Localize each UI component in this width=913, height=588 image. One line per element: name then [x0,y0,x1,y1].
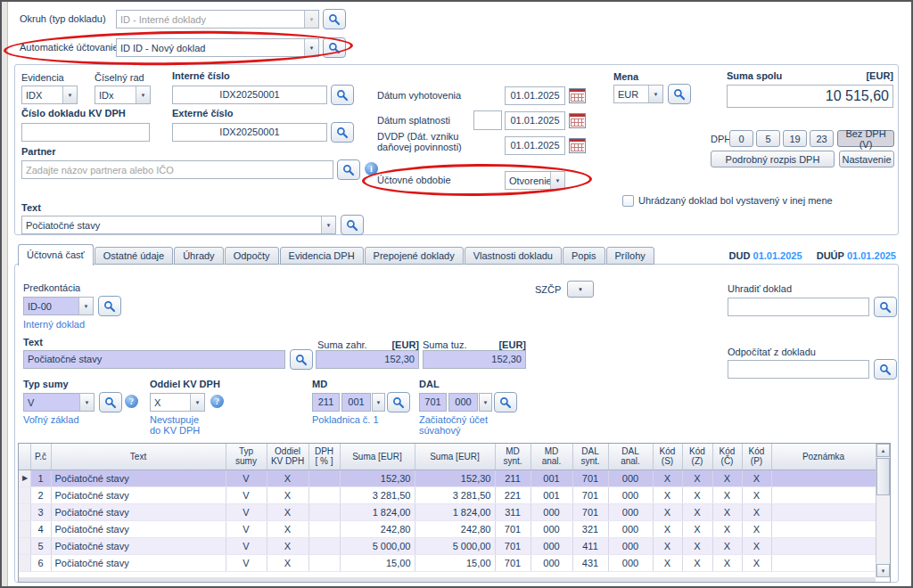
uctovne-obdobie-combo[interactable]: Otvorenie ▼ [505,171,565,190]
help-icon[interactable]: ? [210,395,224,408]
dph-rate-0-button[interactable]: 0 [729,130,753,147]
tab-evidencia-dph[interactable]: Evidencia DPH [280,247,364,265]
dph-rate-23-button[interactable]: 23 [810,130,834,147]
chevron-down-icon: ▼ [304,11,318,28]
suma-tuz-input[interactable]: 152,30 [423,350,526,369]
md-anal-input[interactable]: 001 [341,393,371,412]
column-header[interactable]: Suma [EUR] [340,444,415,470]
interne-cislo-input[interactable]: IDX20250001 [172,86,327,104]
evidencia-combo[interactable]: IDX ▼ [21,86,78,104]
szcp-dropdown-button[interactable]: ▼ [567,281,594,298]
calendar-icon[interactable] [569,138,586,153]
odpocitat-input[interactable] [728,360,869,379]
calendar-icon[interactable] [569,88,586,103]
datum-vyhotovenia-input[interactable]: 01.01.2025 [505,86,565,105]
oddiel-kv-dph-combo[interactable]: X ▼ [150,393,205,412]
column-header[interactable]: MD synt. [495,444,531,470]
column-header[interactable]: Poznámka [771,444,876,470]
partner-input[interactable] [21,160,333,179]
dph-label: DPH [711,134,731,144]
typ-sumy-lookup-button[interactable] [99,392,122,412]
suma-zahr-input[interactable]: 152,30 [316,350,419,369]
uhradit-doklad-lookup-button[interactable] [874,297,897,317]
dal-synt-input[interactable]: 701 [419,393,447,412]
tab-popis[interactable]: Popis [563,247,605,265]
tab-ostatn-daje[interactable]: Ostatné údaje [95,247,174,265]
column-header[interactable]: Suma [EUR] [415,444,495,470]
column-header[interactable]: Kód (P) [742,444,771,470]
text-lookup-button[interactable] [341,215,364,235]
column-header[interactable]: MD anal. [531,444,572,470]
externe-cislo-input[interactable]: IDX20250001 [172,123,327,142]
column-header[interactable]: Oddiel KV DPH [267,444,308,470]
table-row[interactable]: 3Počiatočné stavyVX1 824,001 824,0031100… [19,503,876,520]
kv-dph-input[interactable] [21,123,150,142]
bez-dph-button[interactable]: Bez DPH (V) [837,130,894,147]
tab-odpo-ty[interactable]: Odpočty [225,247,279,265]
tab-vlastnosti-dokladu[interactable]: Vlastnosti dokladu [465,247,562,265]
column-header[interactable]: Kód (Z) [682,444,712,470]
column-header[interactable]: DAL anal. [608,444,653,470]
detail-text-lookup-button[interactable] [290,349,313,370]
cell: 4 [30,520,51,537]
predkontacia-lookup-button[interactable] [98,296,121,316]
scroll-down-icon[interactable]: ▼ [876,564,890,577]
tab--tovn-as-[interactable]: Účtovná časť [18,244,94,265]
mena-combo[interactable]: EUR ▼ [613,85,663,103]
podrobny-rozpis-dph-button[interactable]: Podrobný rozpis DPH [711,151,835,167]
tab-pr-lohy[interactable]: Prílohy [606,247,654,265]
horizontal-scrollbar[interactable] [19,577,876,582]
dph-rate-5-button[interactable]: 5 [756,130,780,147]
column-header[interactable]: Typ sumy [226,444,267,470]
table-row[interactable]: ▶1Počiatočné stavyVX152,30152,3021100170… [19,470,876,486]
md-synt-input[interactable]: 211 [312,393,340,412]
dph-rate-19-button[interactable]: 19 [783,130,807,147]
column-header[interactable]: Kód (Č) [712,444,742,470]
tab-prepojen-doklady[interactable]: Prepojené doklady [365,247,464,265]
externe-cislo-lookup-button[interactable] [331,122,354,143]
table-row[interactable]: 2Počiatočné stavyVX3 281,503 281,5022100… [19,486,876,503]
dal-anal-input[interactable]: 000 [448,393,478,412]
odpocitat-lookup-button[interactable] [874,359,897,380]
md-dropdown-button[interactable]: ▼ [372,393,385,412]
vertical-scrollbar[interactable]: ▲ ▼ [876,444,890,577]
column-header[interactable]: Kód (S) [653,444,682,470]
interne-cislo-lookup-button[interactable] [331,85,354,105]
table-row[interactable]: 6Počiatočné stavyVX15,0015,0070100043100… [19,554,876,571]
predkontacia-combo[interactable]: ID-00 ▼ [23,297,94,315]
inej-mene-checkbox[interactable] [622,195,634,207]
tab--hrady[interactable]: Úhrady [174,247,223,265]
info-icon[interactable]: i [365,162,378,176]
okruh-combo[interactable]: ID - Interné doklady ▼ [116,10,319,29]
column-header[interactable]: DAL synt. [572,444,608,470]
column-header[interactable]: Text [51,444,226,470]
suma-spolu-input[interactable]: 10 515,60 [727,85,893,108]
dal-lookup-button[interactable] [494,392,517,412]
scrollbar-thumb[interactable] [876,458,890,495]
md-lookup-button[interactable] [387,392,410,412]
detail-text-input[interactable]: Počiatočné stavy [23,350,285,369]
dvdp-input[interactable]: 01.01.2025 [505,136,565,155]
column-header[interactable]: DPH [ % ] [308,444,340,470]
column-header[interactable] [19,444,30,470]
text-combo[interactable]: Počiatočné stavy ▼ [21,216,336,234]
magnifier-icon [328,42,341,54]
datum-splatnosti-input[interactable]: 01.01.2025 [505,111,565,130]
uhradit-doklad-input[interactable] [728,298,869,316]
ciselny-rad-combo[interactable]: IDx ▼ [95,86,151,104]
column-header[interactable]: P.č [30,444,51,470]
table-row[interactable]: 4Počiatočné stavyVX242,80242,80701000321… [19,520,876,537]
dal-dropdown-button[interactable]: ▼ [479,393,492,412]
typ-sumy-combo[interactable]: V ▼ [23,393,95,412]
mena-lookup-button[interactable] [668,84,691,104]
partner-lookup-button[interactable] [337,159,360,180]
auto-uctovanie-lookup-button[interactable] [323,37,346,58]
help-icon[interactable]: ? [125,395,138,408]
table-row[interactable]: 5Počiatočné stavyVX5 000,005 000,0070100… [19,537,876,554]
scroll-up-icon[interactable]: ▲ [876,444,890,457]
nastavenie-button[interactable]: Nastavenie [839,151,894,167]
calendar-icon[interactable] [569,113,586,128]
auto-uctovanie-combo[interactable]: ID ID - Nový doklad ▼ [116,38,319,57]
splatnost-days-input[interactable] [473,110,502,130]
okruh-lookup-button[interactable] [323,9,346,29]
